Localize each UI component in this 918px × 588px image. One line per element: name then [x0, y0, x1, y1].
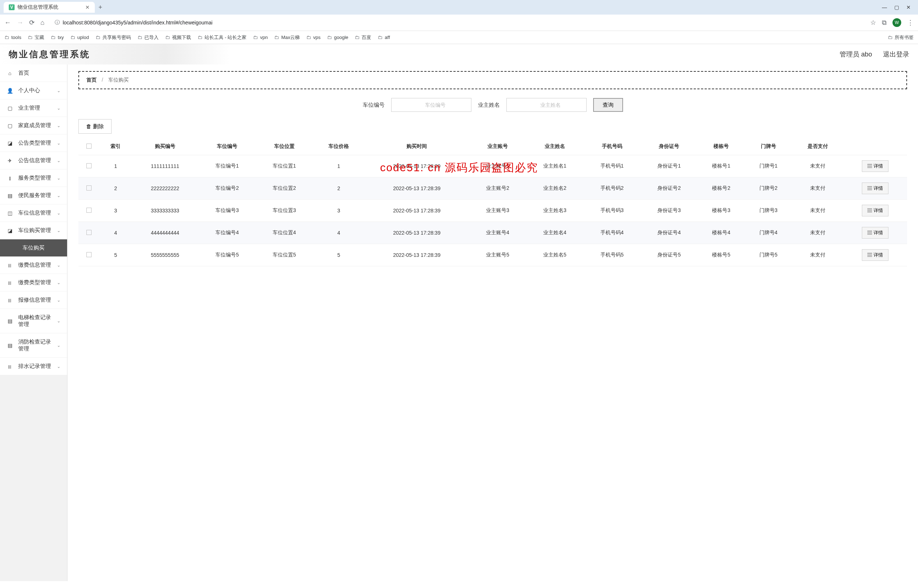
profile-avatar[interactable]: W: [892, 18, 901, 27]
url-bar[interactable]: ⓘ localhost:8080/django435y5/admin/dist/…: [50, 17, 865, 28]
detail-button[interactable]: ▤ 详情: [862, 227, 889, 239]
breadcrumb-current: 车位购买: [108, 77, 129, 83]
bookmark-item[interactable]: 🗀宝藏: [28, 34, 44, 41]
table-cell: 1111111111: [131, 155, 198, 178]
sidebar-item-label: 车位信息管理: [18, 210, 52, 216]
sidebar-item-4[interactable]: ◪公告类型管理⌄: [0, 134, 67, 152]
bookmark-item[interactable]: 🗀google: [327, 34, 348, 41]
search-input-owner[interactable]: [507, 98, 587, 112]
sidebar-item-6[interactable]: ⫿服务类型管理⌄: [0, 170, 67, 187]
sidebar-item-label: 首页: [18, 69, 60, 76]
bookmark-item[interactable]: 🗀共享账号密码: [96, 34, 131, 41]
table-cell: 门牌号5: [745, 244, 792, 266]
column-header: 身份证号: [641, 138, 698, 155]
bookmark-item[interactable]: 🗀Max云梯: [274, 34, 300, 41]
close-window-icon[interactable]: ✕: [906, 4, 911, 10]
search-input-cwno[interactable]: [391, 98, 471, 112]
sidebar-item-10[interactable]: ⫼缴费信息管理⌄: [0, 257, 67, 274]
sidebar-icon: ✈: [6, 158, 13, 163]
close-tab-icon[interactable]: ✕: [85, 4, 90, 10]
table-cell: 手机号码2: [583, 178, 641, 200]
delete-button[interactable]: 🗑 删除: [78, 119, 112, 134]
table-cell: 业主账号5: [469, 244, 526, 266]
table-cell: 未支付: [792, 200, 843, 222]
row-checkbox[interactable]: [86, 163, 92, 168]
home-icon[interactable]: ⌂: [40, 19, 44, 27]
detail-button[interactable]: ▤ 详情: [862, 160, 889, 172]
row-checkbox[interactable]: [86, 252, 92, 257]
sidebar-item-11[interactable]: ⫼缴费类型管理⌄: [0, 274, 67, 291]
chevron-down-icon: ⌄: [57, 141, 60, 146]
query-button[interactable]: 查询: [593, 98, 623, 112]
sidebar-item-14[interactable]: ▤消防检查记录管理⌄: [0, 333, 67, 358]
sidebar-item-5[interactable]: ✈公告信息管理⌄: [0, 152, 67, 170]
table-cell: ▤ 详情: [844, 244, 907, 266]
checkbox-all[interactable]: [86, 144, 92, 149]
column-header: 手机号码: [583, 138, 641, 155]
bookmark-item[interactable]: 🗀已导入: [138, 34, 159, 41]
row-checkbox[interactable]: [86, 230, 92, 235]
breadcrumb-home[interactable]: 首页: [86, 77, 97, 83]
table-cell: 业主姓名5: [526, 244, 583, 266]
maximize-icon[interactable]: ▢: [894, 4, 899, 10]
table-cell: 业主账号2: [469, 178, 526, 200]
column-header: 是否支付: [792, 138, 843, 155]
browser-tab[interactable]: V 物业信息管理系统 ✕: [4, 2, 95, 13]
table-cell: 车位编号1: [199, 155, 256, 178]
table-cell: 2022-05-13 17:28:39: [364, 244, 469, 266]
sidebar-item-1[interactable]: 👤个人中心⌄: [0, 82, 67, 99]
logout-link[interactable]: 退出登录: [883, 50, 909, 59]
column-header: 购买编号: [131, 138, 198, 155]
sidebar-subitem-active[interactable]: 车位购买: [0, 239, 67, 257]
detail-button[interactable]: ▤ 详情: [862, 183, 889, 194]
new-tab-button[interactable]: +: [99, 4, 102, 11]
sidebar-item-8[interactable]: ◫车位信息管理⌄: [0, 204, 67, 222]
bookmark-item[interactable]: 🗀百度: [355, 34, 371, 41]
sidebar-item-13[interactable]: ▤电梯检查记录管理⌄: [0, 309, 67, 333]
column-header: 车位位置: [256, 138, 313, 155]
star-icon[interactable]: ☆: [870, 19, 876, 27]
bookmark-item[interactable]: 🗀aff: [378, 34, 390, 41]
row-checkbox[interactable]: [86, 186, 92, 191]
table-cell: 车位位置1: [256, 155, 313, 178]
sidebar-item-2[interactable]: ▢业主管理⌄: [0, 99, 67, 117]
chevron-down-icon: ⌄: [57, 228, 60, 233]
sidebar-item-0[interactable]: ⌂首页: [0, 65, 67, 82]
favicon-icon: V: [9, 4, 15, 10]
bookmark-item[interactable]: 🗀站长工具 - 站长之家: [198, 34, 247, 41]
reload-icon[interactable]: ⟳: [29, 19, 35, 27]
table-cell: 4: [313, 222, 364, 244]
table-cell: 车位位置5: [256, 244, 313, 266]
sidebar-item-3[interactable]: ▢家庭成员管理⌄: [0, 117, 67, 134]
sidebar-item-7[interactable]: ▤便民服务管理⌄: [0, 187, 67, 204]
all-bookmarks-button[interactable]: 🗀所有书签: [888, 34, 914, 41]
table-cell: 2222222222: [131, 178, 198, 200]
sidebar-item-9[interactable]: ◪车位购买管理⌄: [0, 222, 67, 239]
column-header: [78, 138, 100, 155]
bookmark-item[interactable]: 🗀vps: [306, 34, 321, 41]
table-cell: 未支付: [792, 155, 843, 178]
row-checkbox[interactable]: [86, 208, 92, 213]
minimize-icon[interactable]: —: [882, 4, 887, 10]
table-cell: 手机号码4: [583, 222, 641, 244]
detail-button[interactable]: ▤ 详情: [862, 205, 889, 216]
bookmark-item[interactable]: 🗀vpn: [253, 34, 267, 41]
table-cell: 手机号码5: [583, 244, 641, 266]
info-icon[interactable]: ⓘ: [55, 19, 60, 26]
sidebar-item-15[interactable]: ⫼排水记录管理⌄: [0, 358, 67, 375]
detail-button[interactable]: ▤ 详情: [862, 249, 889, 261]
extension-icon[interactable]: ⧉: [882, 19, 887, 27]
table-cell: 车位位置2: [256, 178, 313, 200]
bookmark-item[interactable]: 🗀uplod: [70, 34, 89, 41]
table-cell: 身份证号5: [641, 244, 698, 266]
back-icon[interactable]: ←: [4, 19, 11, 27]
sidebar-item-label: 缴费信息管理: [18, 262, 52, 268]
sidebar-item-12[interactable]: ⫼报修信息管理⌄: [0, 291, 67, 309]
sidebar-item-label: 电梯检查记录管理: [18, 314, 52, 328]
bookmark-item[interactable]: 🗀txy: [51, 34, 64, 41]
sidebar-item-label: 个人中心: [18, 87, 52, 94]
menu-icon[interactable]: ⋮: [907, 19, 914, 27]
forward-icon[interactable]: →: [17, 19, 23, 27]
bookmark-item[interactable]: 🗀tools: [4, 34, 21, 41]
bookmark-item[interactable]: 🗀视频下载: [165, 34, 191, 41]
